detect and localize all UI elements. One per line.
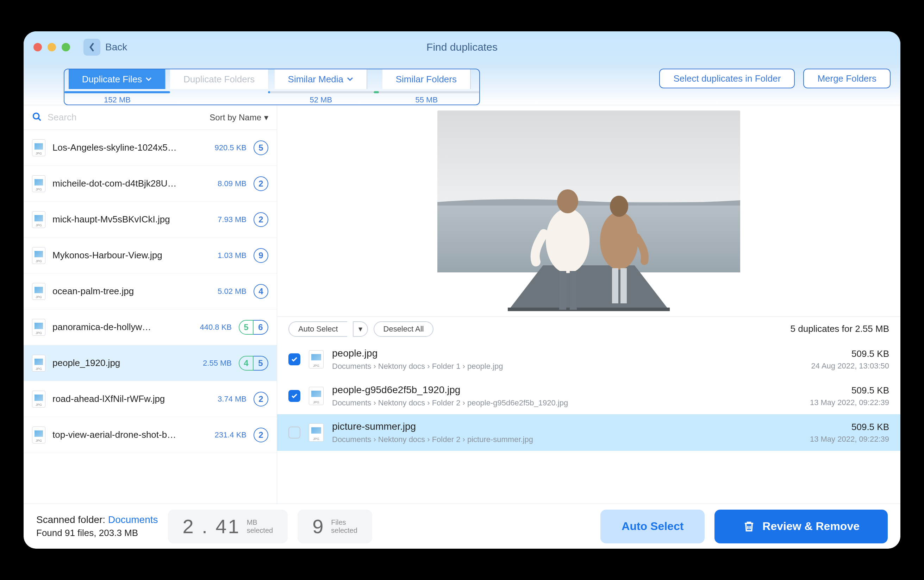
close-window-icon[interactable] xyxy=(33,43,42,51)
chevron-down-icon xyxy=(347,77,353,81)
duplicate-file-name: people.jpg xyxy=(332,348,803,359)
file-name: people_1920.jpg xyxy=(53,358,182,369)
file-row[interactable]: JPG micheile-dot-com-d4tBjk28U… 8.09 MB … xyxy=(23,166,277,202)
selected-size-box: 2 . 41 MBselected xyxy=(168,510,288,544)
duplicate-file-path: Documents › Nektony docs › Folder 2 › pe… xyxy=(332,399,802,407)
badge-group: 2 xyxy=(254,428,268,442)
duplicate-count-badge: 5 xyxy=(239,320,254,335)
duplicate-file-date: 13 May 2022, 09:22:39 xyxy=(810,435,889,444)
review-remove-label: Review & Remove xyxy=(762,520,860,533)
file-thumbnail-icon: JPG xyxy=(309,423,323,442)
file-size: 2.55 MB xyxy=(190,359,232,368)
file-name: Los-Angeles-skyline-1024x5… xyxy=(53,142,197,153)
tab-label: Duplicate Files xyxy=(82,74,142,85)
duplicate-row[interactable]: JPG picture-summer.jpg Documents › Nekto… xyxy=(277,414,901,451)
file-row[interactable]: JPG panoramica-de-hollyw… 440.8 KB 56 xyxy=(23,309,277,345)
tab-label: Similar Media xyxy=(288,74,344,85)
titlebar: Back Find duplicates xyxy=(23,31,901,63)
select-checkbox[interactable] xyxy=(289,353,300,365)
file-row[interactable]: JPG people_1920.jpg 2.55 MB 45 xyxy=(23,345,277,381)
file-row[interactable]: JPG ocean-palm-tree.jpg 5.02 MB 4 xyxy=(23,274,277,309)
duplicate-file-name: people-g95d6e2f5b_1920.jpg xyxy=(332,384,802,395)
file-row[interactable]: JPG Mykonos-Harbour-View.jpg 1.03 MB 9 xyxy=(23,237,277,274)
duplicate-row[interactable]: JPG people.jpg Documents › Nektony docs … xyxy=(277,341,901,377)
tab-size: 52 MB xyxy=(310,96,332,104)
tab-duplicate-files[interactable]: Duplicate Files xyxy=(69,69,166,89)
duplicate-file-date: 13 May 2022, 09:22:39 xyxy=(810,398,889,407)
file-size: 5.02 MB xyxy=(204,287,246,296)
svg-rect-11 xyxy=(612,268,618,303)
badge-group: 56 xyxy=(239,320,268,335)
select-duplicates-in-folder-button[interactable]: Select duplicates in Folder xyxy=(659,69,795,88)
file-size: 3.74 MB xyxy=(204,394,246,404)
file-thumbnail-icon: JPG xyxy=(32,319,45,336)
review-remove-button[interactable]: Review & Remove xyxy=(714,510,888,544)
svg-rect-8 xyxy=(570,271,577,310)
search-input[interactable] xyxy=(48,112,204,123)
back-button[interactable] xyxy=(83,39,101,56)
duplicate-count-badge: 2 xyxy=(254,428,268,442)
window-title: Find duplicates xyxy=(426,41,498,53)
tab-similar-folders[interactable]: Similar Folders xyxy=(383,69,471,89)
tab-label: Duplicate Folders xyxy=(183,74,254,85)
scanned-folder-line: Scanned folder: Documents xyxy=(36,514,158,526)
auto-select-button[interactable]: Auto Select xyxy=(289,321,347,337)
file-thumbnail-icon: JPG xyxy=(32,247,45,264)
fullscreen-window-icon[interactable] xyxy=(62,43,70,51)
minimize-window-icon[interactable] xyxy=(48,43,56,51)
bottom-bar: Scanned folder: Documents Found 91 files… xyxy=(23,504,901,549)
duplicate-file-name: picture-summer.jpg xyxy=(332,421,802,432)
duplicate-count-badge: 2 xyxy=(254,392,268,407)
file-size: 8.09 MB xyxy=(204,179,246,188)
duplicate-count-badge: 4 xyxy=(254,284,268,299)
file-size: 1.03 MB xyxy=(204,251,246,260)
duplicate-file-size: 509.5 KB xyxy=(810,422,889,433)
duplicate-file-size: 509.5 KB xyxy=(810,385,889,396)
badge-group: 4 xyxy=(254,284,268,299)
preview-image xyxy=(437,110,740,311)
caret-down-icon: ▾ xyxy=(264,113,268,122)
svg-rect-4 xyxy=(508,308,670,311)
badge-group: 2 xyxy=(254,176,268,191)
tab-similar-media[interactable]: Similar Media xyxy=(275,69,368,89)
duplicate-count-badge: 5 xyxy=(254,140,268,155)
duplicate-actions: Auto Select ▾ Deselect All 5 duplicates … xyxy=(277,316,901,341)
sort-label: Sort by Name xyxy=(210,113,261,122)
deselect-all-button[interactable]: Deselect All xyxy=(374,321,434,337)
scanned-folder-link[interactable]: Documents xyxy=(108,514,158,525)
merge-folders-button[interactable]: Merge Folders xyxy=(803,69,891,88)
file-size: 231.4 KB xyxy=(204,430,246,440)
file-row[interactable]: JPG Los-Angeles-skyline-1024x5… 920.5 KB… xyxy=(23,130,277,166)
caret-down-icon: ▾ xyxy=(358,325,362,334)
tab-duplicate-folders[interactable]: Duplicate Folders xyxy=(170,69,268,89)
app-window: Back Find duplicates Duplicate Files 152… xyxy=(23,31,901,549)
file-name: top-view-aerial-drone-shot-b… xyxy=(53,429,197,440)
file-row[interactable]: JPG top-view-aerial-drone-shot-b… 231.4 … xyxy=(23,417,277,453)
duplicate-count-badge: 2 xyxy=(254,176,268,191)
auto-select-dropdown[interactable]: ▾ xyxy=(353,321,368,337)
file-row[interactable]: JPG mick-haupt-Mv5sBKvICkI.jpg 7.93 MB 2 xyxy=(23,202,277,237)
auto-select-big-button[interactable]: Auto Select xyxy=(601,510,705,544)
found-summary: Found 91 files, 203.3 MB xyxy=(36,527,158,539)
tab-label: Similar Folders xyxy=(396,74,457,85)
duplicate-count-badge: 6 xyxy=(254,320,268,335)
file-name: panoramica-de-hollyw… xyxy=(53,322,182,333)
sort-dropdown[interactable]: Sort by Name ▾ xyxy=(210,113,268,122)
duplicate-file-date: 24 Aug 2022, 13:03:50 xyxy=(811,361,889,371)
duplicate-row[interactable]: JPG people-g95d6e2f5b_1920.jpg Documents… xyxy=(277,377,901,414)
duplicate-file-path: Documents › Nektony docs › Folder 2 › pi… xyxy=(332,435,802,444)
svg-point-10 xyxy=(610,196,628,217)
file-thumbnail-icon: JPG xyxy=(32,355,45,372)
file-thumbnail-icon: JPG xyxy=(309,350,323,369)
file-thumbnail-icon: JPG xyxy=(32,391,45,407)
badge-group: 45 xyxy=(239,356,268,371)
select-checkbox[interactable] xyxy=(289,427,300,438)
select-checkbox[interactable] xyxy=(289,390,300,402)
file-list-panel: Sort by Name ▾ JPG Los-Angeles-skyline-1… xyxy=(23,105,277,504)
trash-icon xyxy=(742,520,755,533)
back-label: Back xyxy=(105,41,127,53)
tab-size: 55 MB xyxy=(416,96,438,104)
file-row[interactable]: JPG road-ahead-lXfNil-rWFw.jpg 3.74 MB 2 xyxy=(23,381,277,417)
duplicate-count-badge: 5 xyxy=(254,356,268,371)
duplicate-file-size: 509.5 KB xyxy=(811,348,889,359)
